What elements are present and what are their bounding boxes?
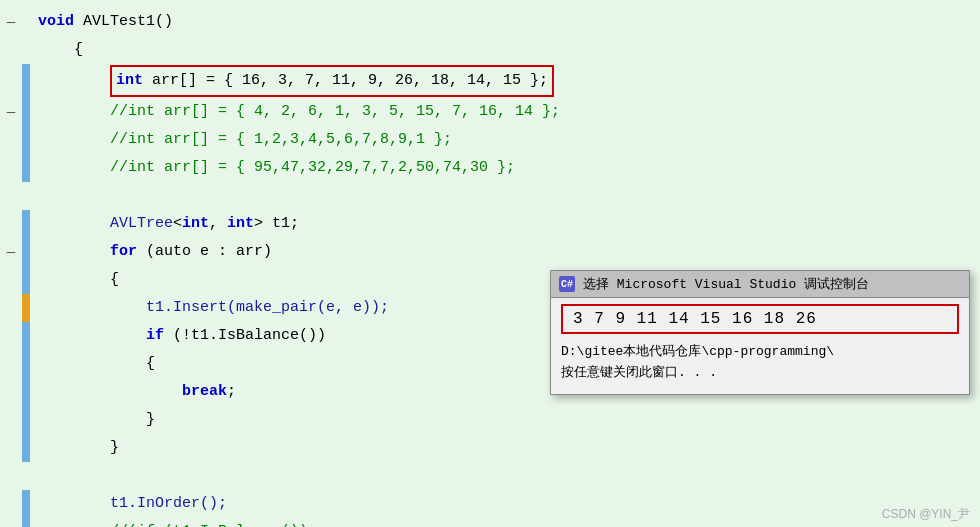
code-line: //(if (t1.IsBalance()) [0, 518, 980, 527]
identifier: t1.InOrder(); [110, 495, 227, 512]
gutter [0, 182, 22, 210]
code-content: } [30, 406, 980, 434]
code-content [30, 182, 980, 210]
console-titlebar: C# 选择 Microsoft Visual Studio 调试控制台 [551, 271, 969, 298]
gutter [0, 490, 22, 518]
code-content: //int arr[] = { 1,2,3,4,5,6,7,8,9,1 }; [30, 126, 980, 154]
code-editor: — void AVLTest1() { int arr[] = { 16, 3,… [0, 0, 980, 527]
gutter [0, 322, 22, 350]
code-content: int arr[] = { 16, 3, 7, 11, 9, 26, 18, 1… [30, 64, 980, 98]
keyword: for [110, 243, 137, 260]
text: { [74, 41, 83, 58]
left-bar-blue [22, 126, 30, 154]
text: { [146, 355, 155, 372]
gutter [0, 154, 22, 182]
code-line [0, 182, 980, 210]
comment: //int arr[] = { 95,47,32,29,7,7,2,50,74,… [110, 159, 515, 176]
text: (!t1.IsBalance()) [164, 327, 326, 344]
code-line: //int arr[] = { 95,47,32,29,7,7,2,50,74,… [0, 154, 980, 182]
console-body: 3 7 9 11 14 15 16 18 26 D:\gitee本地代码仓库\c… [551, 298, 969, 394]
code-content [30, 462, 980, 490]
code-content: } [30, 434, 980, 462]
console-icon: C# [559, 276, 575, 292]
left-bar-blue [22, 490, 30, 518]
code-line: — //int arr[] = { 4, 2, 6, 1, 3, 5, 15, … [0, 98, 980, 126]
keyword: void [38, 13, 74, 30]
code-line [0, 462, 980, 490]
gutter: — [0, 238, 22, 266]
console-icon-label: C# [561, 279, 573, 290]
identifier: AVLTree [110, 215, 173, 232]
comment: //(if (t1.IsBalance()) [110, 523, 308, 527]
keyword: int [227, 215, 254, 232]
code-line: } [0, 434, 980, 462]
gutter [0, 126, 22, 154]
code-content: { [30, 36, 980, 64]
left-bar-blue [22, 210, 30, 238]
gutter: — [0, 8, 22, 36]
text: (auto e : arr) [137, 243, 272, 260]
left-bar-blue [22, 322, 30, 350]
console-popup: C# 选择 Microsoft Visual Studio 调试控制台 3 7 … [550, 270, 970, 395]
text: } [110, 439, 119, 456]
code-line: t1.InOrder(); [0, 490, 980, 518]
left-bar-orange [22, 294, 30, 322]
text: arr[] = { 16, 3, 7, 11, 9, 26, 18, 14, 1… [143, 72, 548, 89]
code-line: { [0, 36, 980, 64]
gutter [0, 462, 22, 490]
console-path: D:\gitee本地代码仓库\cpp-programming\ 按任意键关闭此窗… [561, 342, 959, 384]
code-content: //int arr[] = { 95,47,32,29,7,7,2,50,74,… [30, 154, 980, 182]
code-line-highlighted: int arr[] = { 16, 3, 7, 11, 9, 26, 18, 1… [0, 64, 980, 98]
code-content: void AVLTest1() [30, 8, 980, 36]
comment: //int arr[] = { 4, 2, 6, 1, 3, 5, 15, 7,… [110, 103, 560, 120]
code-content: t1.InOrder(); [30, 490, 980, 518]
highlight-box: int arr[] = { 16, 3, 7, 11, 9, 26, 18, 1… [110, 65, 554, 97]
gutter [0, 378, 22, 406]
left-bar-blue [22, 518, 30, 527]
gutter [0, 518, 22, 527]
left-bar-blue [22, 154, 30, 182]
code-line: — void AVLTest1() [0, 8, 980, 36]
left-bar-blue [22, 98, 30, 126]
code-line: //int arr[] = { 1,2,3,4,5,6,7,8,9,1 }; [0, 126, 980, 154]
left-bar-blue [22, 434, 30, 462]
left-bar-blue [22, 64, 30, 98]
watermark-text: CSDN @YIN_尹 [882, 507, 970, 521]
console-numbers: 3 7 9 11 14 15 16 18 26 [573, 310, 817, 328]
console-title: 选择 Microsoft Visual Studio 调试控制台 [583, 275, 869, 293]
text: AVLTest1() [74, 13, 173, 30]
left-bar [22, 8, 30, 36]
left-bar-blue [22, 406, 30, 434]
console-output: 3 7 9 11 14 15 16 18 26 [561, 304, 959, 334]
left-bar-blue [22, 378, 30, 406]
left-bar [22, 182, 30, 210]
text: } [146, 411, 155, 428]
code-content: for (auto e : arr) [30, 238, 980, 266]
code-content: AVLTree<int, int> t1; [30, 210, 980, 238]
text: , [209, 215, 227, 232]
console-path-line2: 按任意键关闭此窗口. . . [561, 363, 959, 384]
text: ; [227, 383, 236, 400]
text: { [110, 271, 119, 288]
keyword: if [146, 327, 164, 344]
comment: //int arr[] = { 1,2,3,4,5,6,7,8,9,1 }; [110, 131, 452, 148]
gutter [0, 294, 22, 322]
keyword: int [182, 215, 209, 232]
identifier: t1.Insert(make_pair(e, e)); [146, 299, 389, 316]
gutter [0, 36, 22, 64]
left-bar-blue [22, 238, 30, 266]
text: > t1; [254, 215, 299, 232]
watermark: CSDN @YIN_尹 [882, 506, 970, 523]
left-bar-blue [22, 350, 30, 378]
keyword: int [116, 72, 143, 89]
left-bar [22, 462, 30, 490]
left-bar-blue [22, 266, 30, 294]
code-line: } [0, 406, 980, 434]
gutter [0, 406, 22, 434]
code-content: //int arr[] = { 4, 2, 6, 1, 3, 5, 15, 7,… [30, 98, 980, 126]
gutter [0, 64, 22, 98]
gutter: — [0, 98, 22, 126]
code-line: AVLTree<int, int> t1; [0, 210, 980, 238]
gutter [0, 210, 22, 238]
text: < [173, 215, 182, 232]
